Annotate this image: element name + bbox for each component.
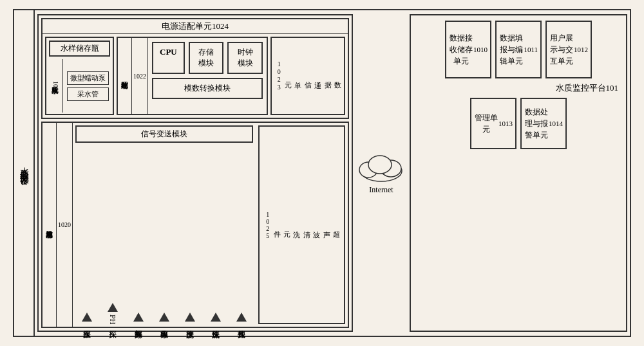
- arrow-other: [236, 313, 247, 322]
- data-comm-label: 数据通信单元1023: [273, 60, 343, 91]
- device-label: 水质自动监测设备102: [14, 10, 35, 336]
- sensors-row: 水温探头 PH探头 溶解氧探头 电导率探头: [75, 147, 253, 324]
- processing-number: 1022: [132, 38, 148, 114]
- sensor-unit-label: 水质感知与变送单元: [43, 123, 57, 327]
- power-title: 电源适配单元1024: [43, 19, 348, 34]
- power-section: 电源适配单元1024 水样储存瓶 水质取样单元101 微型蠕动泵 采水管: [41, 18, 349, 119]
- clock-module: 时钟模块: [227, 42, 263, 74]
- signal-module-title: 信号变送模块: [75, 125, 253, 143]
- water-sample-bottle-label: 水样储存瓶: [49, 41, 110, 57]
- water-pipe: 采水管: [67, 87, 109, 101]
- platform-item-1012: 用户展示与交互单元1012: [545, 21, 592, 78]
- water-sample-unit: 水样储存瓶 水质取样单元101 微型蠕动泵 采水管: [45, 37, 114, 115]
- main-container: 水质自动监测设备102 电源适配单元1024 水样储存瓶 水质取样单元101 微…: [13, 9, 631, 337]
- sensor-other: 其他探头: [236, 313, 247, 324]
- arrow-turbidity: [185, 313, 195, 322]
- sensor-turbidity: 浊度探头: [184, 313, 195, 324]
- internet-area: Internet: [353, 10, 410, 336]
- internet-label: Internet: [369, 185, 393, 195]
- cpu-module: CPU: [152, 42, 185, 74]
- svg-point-3: [368, 156, 392, 174]
- water-sample-inner: 水质取样单元101 微型蠕动泵 采水管: [46, 58, 113, 114]
- processing-inner: CPU 存储模块 时钟模块 模数转换模块: [148, 38, 267, 114]
- signal-inner: 信号变送模块 水温探头 PH探头 溶解氧探头: [73, 123, 256, 327]
- right-platform: 数据接收储存单元1010 数据填报与编辑单元1011 用户展示与交互单元1012…: [410, 14, 627, 332]
- ultrasonic-label: 超声波清洗元件1025: [262, 211, 341, 239]
- sample-unit-label: 水质取样单元101: [48, 59, 63, 113]
- platform-bottom-row: 管理单元1013 数据处理与报警单元1014: [411, 95, 626, 154]
- micro-pump: 微型蠕动泵: [67, 71, 109, 85]
- sensor-shuiwen: 水温探头: [82, 313, 93, 324]
- arrow-shuiwen: [82, 313, 92, 322]
- arrow-ph: [108, 303, 118, 312]
- arrow-oxygen: [133, 313, 144, 322]
- sensor-flow: 流速探头: [210, 313, 221, 324]
- sensor-oxygen: 溶解氧探头: [133, 313, 144, 324]
- platform-item-1013: 管理单元1013: [470, 98, 516, 149]
- signal-section: 水质感知与变送单元 1020 信号变送模块 水温探头 PH探头: [41, 122, 349, 328]
- sensor-unit-number: 1020: [57, 123, 73, 327]
- arrow-conductivity: [159, 313, 169, 322]
- platform-title: 水质监控平台101: [411, 81, 626, 95]
- processing-unit: 处理与控制单元 1022 CPU 存储模块 时钟模块 模数转换模块: [117, 37, 268, 115]
- device-label-text: 水质自动监测设备102: [18, 160, 30, 186]
- modules-row-2: 模数转换模块: [152, 78, 263, 99]
- sensor-ph: PH探头: [108, 303, 118, 324]
- sample-items: 微型蠕动泵 采水管: [64, 59, 111, 113]
- sensor-conductivity: 电导率探头: [158, 313, 169, 324]
- platform-item-1010: 数据接收储存单元1010: [445, 21, 491, 78]
- storage-module: 存储模块: [189, 42, 224, 74]
- platform-top-row: 数据接收储存单元1010 数据填报与编辑单元1011 用户展示与交互单元1012: [411, 15, 626, 81]
- sensor-label-ph: PH探头: [108, 314, 118, 324]
- processing-label: 处理与控制单元: [118, 38, 132, 114]
- platform-item-1014: 数据处理与报警单元1014: [520, 98, 567, 149]
- left-device-box: 电源适配单元1024 水样储存瓶 水质取样单元101 微型蠕动泵 采水管: [37, 14, 353, 332]
- platform-item-1011: 数据填报与编辑单元1011: [495, 21, 542, 78]
- ultrasonic-unit: 超声波清洗元件1025: [258, 125, 345, 324]
- power-content: 水样储存瓶 水质取样单元101 微型蠕动泵 采水管 处理与控制单元: [43, 34, 348, 118]
- arrow-flow: [211, 313, 221, 322]
- modules-row-1: CPU 存储模块 时钟模块: [152, 42, 263, 74]
- data-comm-unit: 数据通信单元1023: [270, 37, 345, 115]
- ad-module: 模数转换模块: [152, 78, 263, 99]
- cloud-icon: [355, 152, 407, 184]
